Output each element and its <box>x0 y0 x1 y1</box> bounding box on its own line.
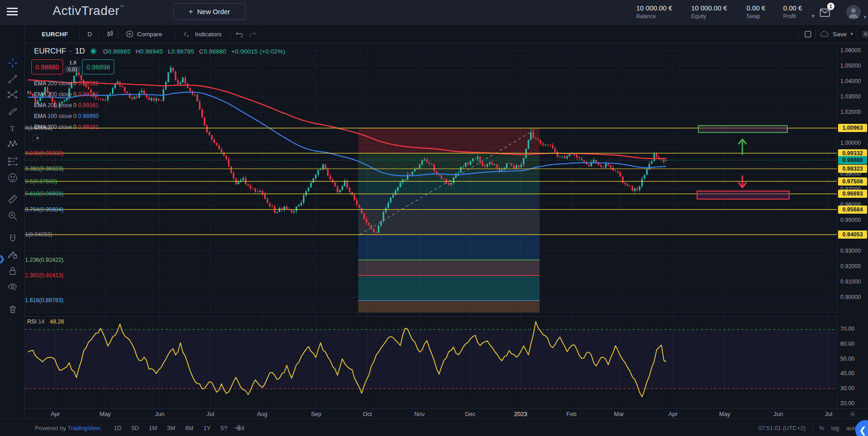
fib-level-label: 1(0.94053) <box>25 231 356 238</box>
collapse-indicators-button[interactable]: ▲ <box>32 134 43 141</box>
price-alert-label[interactable]: 0.98323 <box>838 165 867 173</box>
percent-scale-button[interactable]: % <box>819 419 824 436</box>
expand-panel-icon[interactable]: ❯ <box>0 254 5 264</box>
rsi-pane[interactable]: RSI 14 48.28 <box>25 316 837 408</box>
tradingview-attribution: Powered by TradingView <box>35 419 100 436</box>
price-alert-label[interactable]: 1.00963 <box>838 124 867 132</box>
top-bar: ActivTrader™ + New Order 10 000.00 €Bala… <box>0 0 868 25</box>
buy-price-button[interactable]: 0.98898 <box>82 59 114 74</box>
plus-icon: + <box>189 7 193 16</box>
fib-level-label: 1.382(0.91413) <box>25 272 356 279</box>
time-axis-label: May <box>100 411 111 417</box>
range-button-1M[interactable]: 1M <box>146 423 160 433</box>
tool-trend-line-icon[interactable] <box>7 73 19 85</box>
layout-icon[interactable] <box>804 25 812 43</box>
price-axis-label: 1.06000 <box>840 47 861 54</box>
save-button[interactable]: Save ▼ <box>819 25 854 43</box>
time-axis-label: Feb <box>566 411 576 417</box>
tool-zoom-in-icon[interactable] <box>7 210 19 222</box>
fib-level-label: 1.618(0.89783) <box>25 297 356 304</box>
fib-level-label: 0.382(0.98323) <box>25 166 356 172</box>
time-axis-label: May <box>719 411 731 417</box>
indicators-button[interactable]: ƒx Indicators <box>183 25 222 43</box>
settings-gear-icon[interactable] <box>861 25 868 43</box>
tool-magnet-icon[interactable] <box>7 232 19 244</box>
price-alert-label[interactable]: 0.97508 <box>838 177 867 186</box>
chart-type-icon[interactable] <box>106 25 115 43</box>
inbox-badge: 1 <box>827 3 834 10</box>
time-axis-label: 2023 <box>514 411 527 417</box>
range-button-1D[interactable]: 1D <box>111 423 124 433</box>
avatar[interactable] <box>846 5 861 20</box>
tool-lock-all-icon[interactable] <box>7 265 19 277</box>
activtrader-app: ActivTrader™ + New Order 10 000.00 €Bala… <box>0 0 868 436</box>
indicator-legend-row[interactable]: EMA 200 close 0 0.99161 <box>34 80 99 87</box>
tool-ruler-icon[interactable] <box>7 193 19 205</box>
tool-crosshair-icon[interactable] <box>7 57 19 69</box>
new-order-button[interactable]: + New Order <box>173 3 245 20</box>
chevron-down-icon[interactable]: ▼ <box>863 15 867 20</box>
indicator-legend-row[interactable]: EMA 200 close 0 0.99161 <box>34 102 99 108</box>
tool-remove-all-icon[interactable] <box>7 304 19 315</box>
price-axis-label: 0.91000 <box>840 279 861 285</box>
range-button-6M[interactable]: 6M <box>182 423 196 433</box>
range-button-1Y[interactable]: 1Y <box>200 423 213 433</box>
indicator-legend-row[interactable]: EMA 200 close 0 0.99161 <box>34 91 99 98</box>
price-alert-label[interactable]: 0.96693 <box>838 190 867 198</box>
price-axis-label: 0.90000 <box>840 294 861 300</box>
tool-text-icon[interactable]: T <box>7 122 19 134</box>
symbol-button[interactable]: EURCHF <box>42 25 68 43</box>
time-axis-label: Jun <box>155 411 165 417</box>
swap-metric: 0.00 €Swap <box>746 4 766 20</box>
interval-button[interactable]: D <box>88 25 92 43</box>
range-button-3M[interactable]: 3M <box>164 423 178 433</box>
tool-drawing-lock-icon[interactable] <box>7 249 19 260</box>
indicator-legend-row[interactable]: EMA 100 close 0 0.98950 <box>34 113 99 119</box>
price-alert-label[interactable]: 0.94053 <box>838 230 867 239</box>
price-axis-label: 0.92000 <box>840 263 861 269</box>
go-to-date-icon[interactable] <box>232 419 241 436</box>
price-axis-label: 0.95000 <box>840 217 861 223</box>
fib-level-label: 0.236(0.99332) <box>25 150 356 157</box>
fib-level-label: 1.236(0.92422) <box>25 257 356 263</box>
undo-icon[interactable] <box>235 25 244 43</box>
rsi-axis-label: 20.00 <box>840 400 854 407</box>
legend-symbol[interactable]: EURCHF <box>34 47 66 56</box>
tool-fib-retracement-icon[interactable] <box>7 88 19 100</box>
sell-price-button[interactable]: 0.98880 <box>31 59 63 74</box>
fx-icon: ƒx <box>183 29 192 39</box>
time-axis[interactable]: AprMayJunJulAugSepOctNovDec2023FebMarApr… <box>25 408 837 419</box>
tool-pattern-icon[interactable] <box>7 138 19 150</box>
axis-corner <box>837 408 868 419</box>
tradingview-link[interactable]: TradingView <box>68 425 100 431</box>
redo-icon[interactable] <box>248 25 257 43</box>
price-alert-label[interactable]: 0.95684 <box>838 206 867 214</box>
svg-text:ƒ: ƒ <box>184 31 186 36</box>
clock[interactable]: 07:51:01 (UTC+2) <box>758 419 805 436</box>
tool-hide-all-icon[interactable] <box>7 281 19 293</box>
menu-icon[interactable] <box>7 8 18 16</box>
price-chart-pane[interactable]: EURCHF · 1D O0.98865 H0.98945 L0.98795 C… <box>25 43 837 316</box>
rsi-axis-label: 70.00 <box>840 326 854 332</box>
tool-forecast-icon[interactable] <box>7 156 19 167</box>
axis-settings-gear-icon[interactable] <box>849 411 856 418</box>
bottom-bar: Powered by TradingView 1D5D1M3M6M1Y5YAll… <box>0 419 868 436</box>
price-axis[interactable]: 1.060001.050001.040001.030001.020001.000… <box>837 43 868 419</box>
indicator-legend-row[interactable]: EMA 200 close 0 0.99161 <box>34 124 99 130</box>
tool-emoji-icon[interactable] <box>7 172 19 184</box>
range-button-5Y[interactable]: 5Y <box>218 423 230 433</box>
log-scale-button[interactable]: log <box>831 419 839 436</box>
chart-toolbar: EURCHF D Compare ƒx Indicators <box>25 25 868 43</box>
time-axis-label: Apr <box>668 411 678 417</box>
spread-indicator: 1.8 0.01 <box>63 59 82 73</box>
tool-brush-icon[interactable] <box>7 106 19 118</box>
range-button-5D[interactable]: 5D <box>129 423 142 433</box>
compare-button[interactable]: Compare <box>126 25 162 43</box>
svg-text:T: T <box>10 124 15 133</box>
legend-interval[interactable]: 1D <box>75 47 85 56</box>
compare-plus-icon <box>126 30 134 38</box>
price-axis-label: 1.03000 <box>840 93 861 100</box>
chevron-down-icon[interactable]: ▼ <box>811 14 815 19</box>
market-status-icon[interactable] <box>90 48 97 54</box>
rsi-legend: RSI 14 48.28 <box>27 318 64 325</box>
